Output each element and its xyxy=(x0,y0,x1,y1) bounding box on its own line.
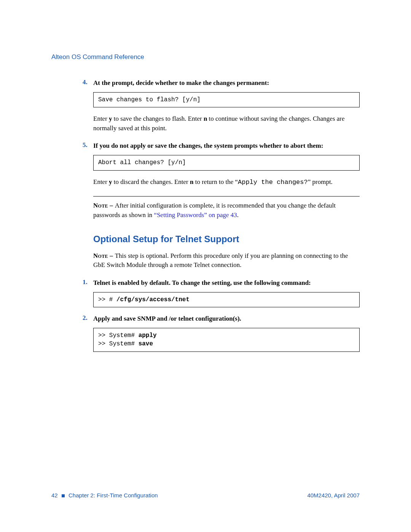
step-number: 2. xyxy=(83,314,88,322)
page-header: Alteon OS Command Reference xyxy=(51,53,360,61)
page-footer: 42 Chapter 2: First-Time Configuration 4… xyxy=(51,492,360,498)
step-title: At the prompt, decide whether to make th… xyxy=(93,78,360,88)
footer-right: 40M2420, April 2007 xyxy=(307,492,360,498)
note-label: Note – xyxy=(93,252,115,259)
page-number: 42 xyxy=(51,492,58,498)
step-number: 5. xyxy=(83,141,88,149)
note-label: Note – xyxy=(93,202,115,209)
section-heading: Optional Setup for Telnet Support xyxy=(93,234,360,244)
footer-left: 42 Chapter 2: First-Time Configuration xyxy=(51,492,158,498)
step-5: 5. If you do not apply or save the chang… xyxy=(93,141,360,187)
note-block: Note – This step is optional. Perform th… xyxy=(93,251,360,270)
code-block: Save changes to flash? [y/n] xyxy=(93,92,360,107)
content-block: 4. At the prompt, decide whether to make… xyxy=(93,78,360,352)
step-4: 4. At the prompt, decide whether to make… xyxy=(93,78,360,133)
step-number: 4. xyxy=(83,78,88,86)
code-block: Abort all changes? [y/n] xyxy=(93,155,360,170)
telnet-step-1: 1. Telnet is enabled by default. To chan… xyxy=(93,278,360,307)
step-title: Apply and save SNMP and /or telnet confi… xyxy=(93,314,360,323)
page: Alteon OS Command Reference 4. At the pr… xyxy=(0,0,411,532)
code-block: >> # /cfg/sys/access/tnet xyxy=(93,292,360,307)
chapter-label: Chapter 2: First-Time Configuration xyxy=(68,492,158,498)
xref-link[interactable]: “Setting Passwords” on page 43 xyxy=(154,211,237,219)
square-icon xyxy=(62,494,65,497)
note-block: Note – After initial configuration is co… xyxy=(93,201,360,220)
step-title: If you do not apply or save the changes,… xyxy=(93,141,360,150)
step-body: Enter y to save the changes to flash. En… xyxy=(93,114,360,133)
code-block: >> System# apply >> System# save xyxy=(93,328,360,352)
telnet-step-2: 2. Apply and save SNMP and /or telnet co… xyxy=(93,314,360,352)
divider xyxy=(93,196,360,197)
step-body: Enter y to discard the changes. Enter n … xyxy=(93,177,360,187)
step-number: 1. xyxy=(83,278,88,286)
step-title: Telnet is enabled by default. To change … xyxy=(93,278,360,288)
